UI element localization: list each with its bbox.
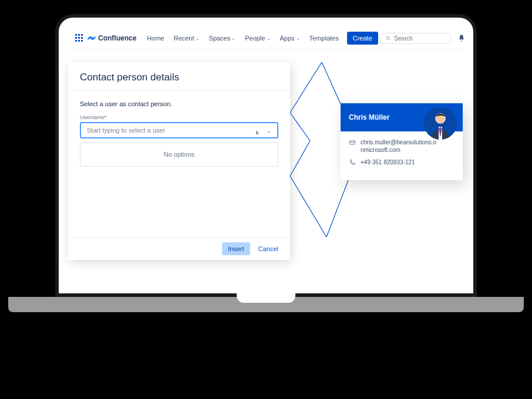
svg-line-8 [290,176,326,237]
nav-apps[interactable]: Apps⌄ [277,32,304,44]
create-button[interactable]: Create [347,32,378,45]
contact-name: Chris Müller [349,113,389,121]
laptop-screen-frame: Confluence Home Recent⌄ Spaces⌄ People⌄ … [59,18,473,293]
app-switcher-icon[interactable] [75,34,83,42]
confluence-logo[interactable]: Confluence [87,34,136,42]
chevron-down-icon: ⌄ [196,36,200,41]
notifications-icon[interactable] [457,33,466,43]
pointer-cursor-icon [254,129,261,137]
card-header: Chris Müller [341,103,463,131]
svg-line-1 [389,39,390,40]
options-dropdown: No options [80,142,278,167]
avatar [424,107,457,140]
insert-button[interactable]: Insert [222,242,250,255]
svg-line-5 [290,62,322,113]
cancel-button[interactable]: Cancel [255,242,282,255]
email-icon [349,139,356,146]
username-label: Username* [80,114,278,120]
select-placeholder: Start typing to select a user [87,127,165,134]
contact-email: chris.muller@bearsolutions.onmicrosoft.c… [361,138,437,154]
dialog-title: Contact person details [68,62,290,90]
contact-card: Chris Müller chris.muller@bearsolution [341,103,463,180]
email-row: chris.muller@bearsolutions.onmicrosoft.c… [349,138,454,154]
phone-icon [349,159,356,166]
avatar-icon [424,107,457,140]
confluence-icon [87,34,96,42]
chevron-down-icon: ⌄ [231,36,235,41]
no-options-text: No options [164,151,195,158]
laptop-notch [237,293,295,303]
svg-point-0 [386,36,389,39]
phone-row: +49 351 820833-121 [349,158,454,166]
contact-person-dialog: Contact person details Select a user as … [68,62,290,260]
chevron-down-icon: ⌄ [296,36,300,41]
nav-templates[interactable]: Templates [306,32,342,44]
svg-rect-13 [350,141,355,144]
username-select[interactable]: Start typing to select a user ⌄ [80,122,278,138]
nav-people[interactable]: People⌄ [241,32,274,44]
chevron-down-icon: ⌄ [267,127,271,134]
top-navbar: Confluence Home Recent⌄ Spaces⌄ People⌄ … [68,27,464,50]
search-icon [386,35,391,41]
nav-recent[interactable]: Recent⌄ [170,32,203,44]
dialog-instruction: Select a user as contact person. [80,100,278,107]
search-input[interactable] [394,35,445,42]
chevron-down-icon: ⌄ [267,36,271,41]
nav-home[interactable]: Home [143,32,167,44]
nav-spaces[interactable]: Spaces⌄ [206,32,240,44]
contact-phone: +49 351 820833-121 [361,158,415,166]
search-box[interactable] [381,33,451,44]
svg-line-7 [290,141,310,176]
help-icon[interactable]: ? [472,33,473,43]
app-name: Confluence [98,34,136,42]
svg-line-6 [290,113,310,141]
screen-content: Confluence Home Recent⌄ Spaces⌄ People⌄ … [68,27,464,293]
